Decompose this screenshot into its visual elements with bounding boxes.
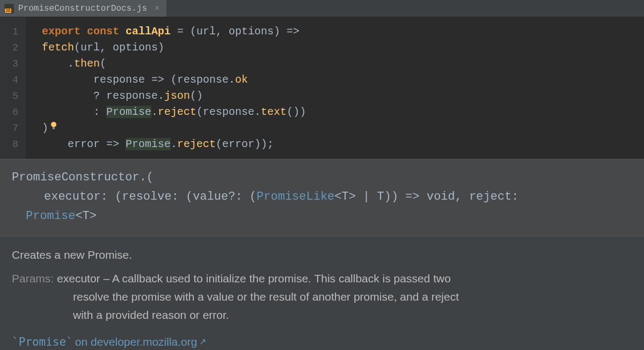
code-text: (response. [196,106,261,118]
code-line: : Promise.reject(response.text()) [42,104,306,120]
external-link-icon: ↗ [199,333,206,350]
tab-filename: PromiseConstructorDocs.js [18,4,147,13]
line-number: 4 [0,72,26,88]
line-number: 8 [0,136,26,152]
svg-point-0 [51,122,56,127]
line-number: 6 [0,104,26,120]
intention-bulb-icon[interactable] [48,120,59,136]
doc-params: Params: executor – A callback used to in… [12,269,632,324]
code-text: . [151,106,158,118]
code-text: () [190,90,203,102]
js-file-icon: JS [4,4,14,13]
line-number: 1 [0,24,26,40]
line-number: 5 [0,88,26,104]
code-line: fetch(url, options) [42,40,306,56]
code-text: response => (response. [42,74,235,86]
code-text: . [171,138,177,150]
function-name: callApi [126,25,171,38]
code-line: ? response.json() [42,88,306,104]
code-content[interactable]: export const callApi = (url, options) =>… [26,17,306,159]
code-editor[interactable]: 1 2 3 4 5 6 7 8 export const callApi = (… [0,17,644,159]
parameter-info-popup: PromiseConstructor.( executor: (resolve:… [0,159,644,236]
code-text: = (url, options) => [171,25,299,38]
svg-rect-1 [53,127,55,129]
code-text: : [42,106,106,118]
external-doc-link[interactable]: `Promise` on developer.mozilla.org ↗ [12,333,632,350]
close-icon[interactable]: × [155,4,160,13]
code-text: ? response. [42,90,164,102]
method-call: json [164,90,190,102]
method-call: text [261,106,287,118]
property: ok [235,74,248,86]
params-text: resolve the promise with a value or the … [12,288,632,306]
tab-bar: JS PromiseConstructorDocs.js × [0,0,644,17]
signature-line: executor: (resolve: (value?: (PromiseLik… [12,187,632,207]
code-text: (url, options) [74,41,164,54]
code-text: ( [100,57,106,70]
promise-highlight: Promise [106,106,151,118]
line-number: 3 [0,56,26,72]
method-call: reject [158,106,196,118]
params-label: Params: [12,272,54,285]
params-text: executor – A callback used to initialize… [54,272,451,285]
line-number: 7 [0,120,26,136]
sig-text: <T> [75,209,97,223]
sig-text: executor: (resolve: (value?: ( [44,190,257,203]
promise-highlight: Promise [126,138,171,150]
code-text: error => [42,138,126,150]
code-line: .then( [42,56,306,72]
js-icon-label: JS [5,9,11,13]
doc-description: Creates a new Promise. [12,246,632,264]
code-text: ()) [287,106,306,118]
file-tab[interactable]: JS PromiseConstructorDocs.js × [0,0,166,17]
code-line: ) [42,120,306,136]
sig-text: <T> | T)) => void, reject: [334,190,518,203]
signature-line: Promise<T> [12,207,632,226]
link-code: `Promise` [12,333,73,350]
signature-line: PromiseConstructor.( [12,168,632,187]
sig-type: Promise [26,209,75,223]
function-call: fetch [42,41,74,54]
code-text: ) [42,122,48,134]
sig-type: PromiseLike [257,190,334,203]
code-text: (error)); [216,138,274,150]
method-call: then [74,57,100,70]
line-gutter: 1 2 3 4 5 6 7 8 [0,17,26,159]
code-line: export const callApi = (url, options) => [42,24,306,40]
line-number: 2 [0,40,26,56]
keyword-const: const [87,25,119,38]
code-text: . [42,57,74,70]
documentation-popup: Creates a new Promise. Params: executor … [0,236,644,350]
params-text: with a provided reason or error. [12,306,632,324]
code-line: response => (response.ok [42,72,306,88]
keyword-export: export [42,25,80,38]
link-text: on developer.mozilla.org [75,333,197,350]
code-line: error => Promise.reject(error)); [42,136,306,152]
method-call: reject [177,138,216,150]
